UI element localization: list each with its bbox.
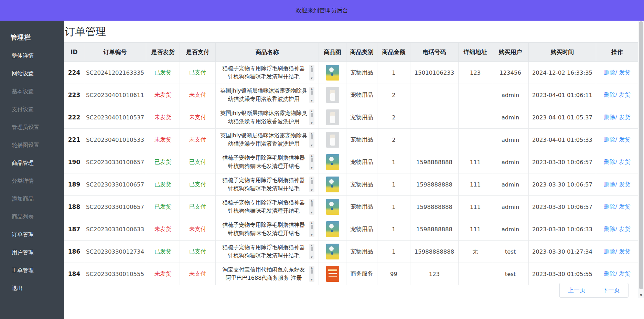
product-name-scrollbox[interactable]: 淘宝支付宝信用代拍闲鱼京东好友阿里巴巴1688代商务服务 注册▲▼ bbox=[216, 266, 319, 282]
order-id-cell: 190 bbox=[64, 151, 84, 173]
scroll-up-icon[interactable]: ▲ bbox=[311, 222, 312, 224]
phone-cell: 15988888888 bbox=[410, 241, 459, 263]
time-cell: 2024-12-02 16:33:35 bbox=[529, 62, 596, 84]
product-name-cell: 猫梳子宠物专用除浮毛刷撸猫神器针梳狗狗猫咪毛发清理开结毛▲▼ bbox=[216, 241, 319, 263]
mini-scrollbar[interactable]: ▲▼ bbox=[309, 87, 314, 103]
mini-scrollbar[interactable]: ▲▼ bbox=[309, 266, 314, 282]
next-page-button[interactable]: 下一页 bbox=[594, 283, 629, 298]
sidebar-item-基本设置[interactable]: 基本设置 bbox=[0, 83, 64, 100]
scroll-down-icon[interactable]: ▼ bbox=[311, 279, 312, 281]
mini-scroll-thumb[interactable] bbox=[311, 247, 313, 251]
vertical-scrollbar[interactable]: ▼ bbox=[638, 21, 644, 298]
mini-scroll-thumb[interactable] bbox=[311, 91, 313, 95]
scroll-down-icon[interactable]: ▼ bbox=[311, 256, 312, 259]
mini-scroll-thumb[interactable] bbox=[311, 202, 313, 206]
product-name-scrollbox[interactable]: 猫梳子宠物专用除浮毛刷撸猫神器针梳狗狗猫咪毛发清理开结毛▲▼ bbox=[216, 64, 319, 81]
sidebar-item-添加商品[interactable]: 添加商品 bbox=[0, 190, 64, 208]
mini-scroll-thumb[interactable] bbox=[311, 68, 313, 72]
scroll-up-icon[interactable]: ▲ bbox=[311, 65, 312, 68]
ship-link[interactable]: 发货 bbox=[619, 226, 630, 232]
mini-scrollbar[interactable]: ▲▼ bbox=[309, 109, 314, 125]
ship-link[interactable]: 发货 bbox=[619, 248, 630, 255]
delete-link[interactable]: 删除 bbox=[604, 136, 615, 143]
scroll-up-icon[interactable]: ▲ bbox=[311, 267, 312, 269]
scrollbar-thumb[interactable] bbox=[639, 21, 643, 289]
mini-scrollbar[interactable]: ▲▼ bbox=[309, 177, 314, 192]
scroll-down-icon[interactable]: ▼ bbox=[311, 122, 312, 125]
sidebar-item-用户管理[interactable]: 用户管理 bbox=[0, 244, 64, 262]
pagination: 上一页 下一页 bbox=[559, 283, 629, 298]
scroll-up-icon[interactable]: ▲ bbox=[311, 200, 312, 202]
product-name-scrollbox[interactable]: 英国jhly银渐层猫咪沐浴露宠物除臭幼猫洗澡专用浴液香波洗护用▲▼ bbox=[216, 87, 319, 103]
sidebar-item-支付设置[interactable]: 支付设置 bbox=[0, 100, 64, 118]
sidebar-item-网站设置[interactable]: 网站设置 bbox=[0, 65, 64, 83]
ship-link[interactable]: 发货 bbox=[619, 136, 630, 143]
scroll-up-icon[interactable]: ▲ bbox=[311, 88, 312, 90]
scroll-up-icon[interactable]: ▲ bbox=[311, 132, 312, 135]
mini-scroll-thumb[interactable] bbox=[311, 269, 313, 274]
scroll-down-icon[interactable]: ▼ bbox=[311, 167, 312, 169]
product-name-text: 猫梳子宠物专用除浮毛刷撸猫神器针梳狗狗猫咪毛发清理开结毛 bbox=[220, 199, 308, 215]
paid-status: 已支付 bbox=[180, 173, 216, 196]
time-cell: 2023-04-01 01:05:33 bbox=[529, 129, 596, 151]
ship-link[interactable]: 发货 bbox=[619, 203, 630, 210]
mini-scrollbar[interactable]: ▲▼ bbox=[309, 154, 314, 170]
mini-scrollbar[interactable]: ▲▼ bbox=[309, 199, 314, 215]
mini-scrollbar[interactable]: ▲▼ bbox=[309, 221, 314, 237]
product-name-scrollbox[interactable]: 猫梳子宠物专用除浮毛刷撸猫神器针梳狗狗猫咪毛发清理开结毛▲▼ bbox=[216, 243, 319, 260]
delete-link[interactable]: 删除 bbox=[604, 114, 615, 120]
mini-scrollbar[interactable]: ▲▼ bbox=[309, 132, 314, 148]
scroll-down-icon[interactable]: ▼ bbox=[311, 234, 312, 236]
mini-scroll-thumb[interactable] bbox=[311, 135, 313, 139]
mini-scrollbar[interactable]: ▲▼ bbox=[309, 65, 314, 81]
sidebar-item-管理员设置[interactable]: 管理员设置 bbox=[0, 118, 64, 136]
sidebar-item-商品管理[interactable]: 商品管理 bbox=[0, 154, 64, 172]
order-no-cell: SC20230401010533 bbox=[84, 129, 146, 151]
delete-link[interactable]: 删除 bbox=[604, 226, 615, 232]
table-row: 190SC20230330100657已发货已支付猫梳子宠物专用除浮毛刷撸猫神器… bbox=[64, 151, 638, 173]
ship-link[interactable]: 发货 bbox=[619, 270, 630, 277]
ship-link[interactable]: 发货 bbox=[619, 159, 630, 165]
scroll-down-icon[interactable]: ▼ bbox=[311, 77, 312, 80]
sidebar-item-轮播图设置[interactable]: 轮播图设置 bbox=[0, 136, 64, 154]
delete-link[interactable]: 删除 bbox=[604, 248, 615, 255]
sidebar-item-退出[interactable]: 退出 bbox=[0, 279, 64, 297]
mini-scrollbar[interactable]: ▲▼ bbox=[309, 244, 314, 259]
mini-scroll-thumb[interactable] bbox=[311, 225, 313, 229]
delete-link[interactable]: 删除 bbox=[604, 159, 615, 165]
delete-link[interactable]: 删除 bbox=[604, 270, 615, 277]
sidebar-item-订单管理[interactable]: 订单管理 bbox=[0, 226, 64, 244]
delete-link[interactable]: 删除 bbox=[604, 181, 615, 188]
sidebar-item-商品列表[interactable]: 商品列表 bbox=[0, 208, 64, 226]
scroll-down-icon[interactable]: ▼ bbox=[311, 212, 312, 214]
scroll-down-icon[interactable]: ▼ bbox=[311, 100, 312, 102]
delete-link[interactable]: 删除 bbox=[604, 203, 615, 210]
delete-link[interactable]: 删除 bbox=[604, 69, 615, 76]
scroll-up-icon[interactable]: ▲ bbox=[311, 244, 312, 247]
sidebar-item-整体详情[interactable]: 整体详情 bbox=[0, 47, 64, 65]
scroll-up-icon[interactable]: ▲ bbox=[311, 110, 312, 113]
mini-scroll-thumb[interactable] bbox=[311, 180, 313, 184]
delete-link[interactable]: 删除 bbox=[604, 92, 615, 98]
product-name-scrollbox[interactable]: 猫梳子宠物专用除浮毛刷撸猫神器针梳狗狗猫咪毛发清理开结毛▲▼ bbox=[216, 176, 319, 193]
product-name-scrollbox[interactable]: 猫梳子宠物专用除浮毛刷撸猫神器针梳狗狗猫咪毛发清理开结毛▲▼ bbox=[216, 221, 319, 237]
ship-link[interactable]: 发货 bbox=[619, 181, 630, 188]
product-name-scrollbox[interactable]: 英国jhly银渐层猫咪沐浴露宠物除臭幼猫洗澡专用浴液香波洗护用▲▼ bbox=[216, 131, 319, 148]
scroll-up-icon[interactable]: ▲ bbox=[311, 177, 312, 180]
scrollbar-down-icon[interactable]: ▼ bbox=[638, 294, 644, 297]
prev-page-button[interactable]: 上一页 bbox=[559, 283, 594, 298]
mini-scroll-thumb[interactable] bbox=[311, 113, 313, 117]
ship-link[interactable]: 发货 bbox=[619, 69, 630, 76]
product-name-scrollbox[interactable]: 猫梳子宠物专用除浮毛刷撸猫神器针梳狗狗猫咪毛发清理开结毛▲▼ bbox=[216, 199, 319, 215]
sidebar-item-工单管理[interactable]: 工单管理 bbox=[0, 262, 64, 279]
mini-scroll-thumb[interactable] bbox=[311, 158, 313, 162]
sidebar-item-分类详情[interactable]: 分类详情 bbox=[0, 172, 64, 190]
product-name-scrollbox[interactable]: 猫梳子宠物专用除浮毛刷撸猫神器针梳狗狗猫咪毛发清理开结毛▲▼ bbox=[216, 154, 319, 170]
scroll-up-icon[interactable]: ▲ bbox=[311, 155, 312, 157]
ship-link[interactable]: 发货 bbox=[619, 114, 630, 120]
product-thumbnail bbox=[326, 177, 339, 192]
ship-link[interactable]: 发货 bbox=[619, 92, 630, 98]
scroll-down-icon[interactable]: ▼ bbox=[311, 189, 312, 192]
scroll-down-icon[interactable]: ▼ bbox=[311, 145, 312, 147]
product-name-scrollbox[interactable]: 英国jhly银渐层猫咪沐浴露宠物除臭幼猫洗澡专用浴液香波洗护用▲▼ bbox=[216, 109, 319, 126]
